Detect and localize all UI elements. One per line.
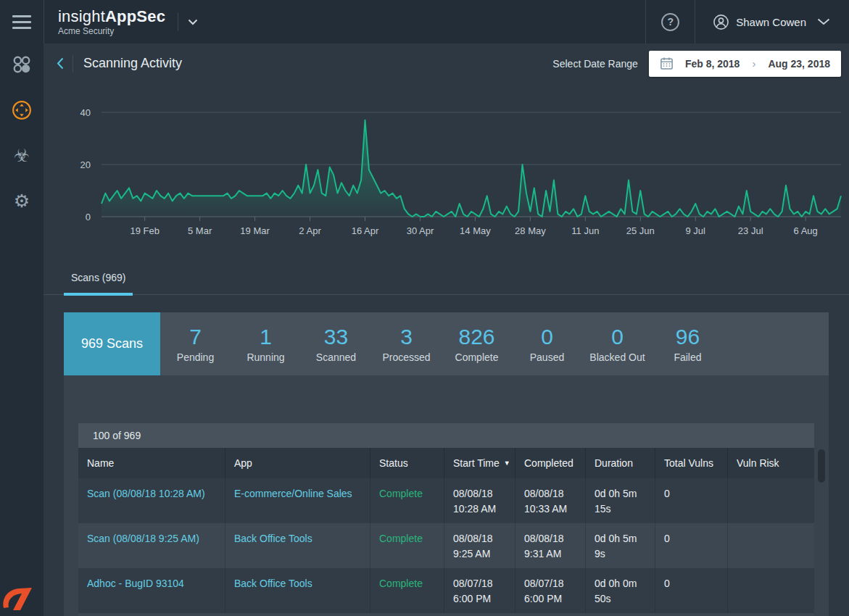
stat-label: Paused [530,351,564,363]
status-cell: Complete [370,478,444,523]
svg-text:28 May: 28 May [515,225,546,236]
user-avatar-icon [713,14,729,30]
org-name: Acme Security [58,26,165,36]
scans-table: NameAppStatusStart Time▼CompletedDuratio… [78,448,814,616]
column-header-app[interactable]: App [225,448,370,478]
scan-status-filter-blacked-out[interactable]: 0 Blacked Out [582,312,653,375]
help-button[interactable]: ? [646,0,695,43]
table-row: Scan (08/08/18 9:25 AM)Back Office Tools… [78,523,814,568]
svg-text:9 Jul: 9 Jul [686,225,706,236]
stat-value: 7 [189,325,202,349]
product-name-light: insight [58,7,105,25]
svg-text:23 Jul: 23 Jul [738,225,763,236]
duration-cell: 0d 0h 5m 15s [585,478,655,523]
svg-text:6 Aug: 6 Aug [794,225,818,236]
table-scrollbar-thumb[interactable] [818,449,825,483]
table-row: Scan (08/08/18 10:28 AM)E-commerce/Onlin… [78,478,814,523]
stat-label: Complete [455,351,499,363]
svg-text:19 Mar: 19 Mar [240,225,270,236]
date-range-label: Select Date Range [552,58,638,70]
app-link[interactable]: Back Office Tools [225,568,370,613]
divider [178,12,178,31]
scan-status-filter-paused[interactable]: 0 Paused [512,312,582,375]
svg-text:11 Jun: 11 Jun [571,225,599,236]
total-vulns-cell: 0 [655,478,727,523]
main-content: Scanning Activity Select Date Range [44,43,849,616]
user-menu[interactable]: Shawn Cowen [695,14,849,30]
scan-status-filter-scanned[interactable]: 33 Scanned [301,312,371,375]
total-vulns-cell: 0 [655,568,727,613]
stat-value: 0 [611,325,624,349]
settings-gear-icon[interactable]: ⚙ [11,191,33,212]
vuln-risk-cell [727,523,814,568]
sort-desc-icon: ▼ [504,459,510,467]
scan-status-filter-pending[interactable]: 7 Pending [160,312,231,375]
svg-text:30 Apr: 30 Apr [407,225,434,236]
svg-text:40: 40 [80,107,91,118]
table-body: Scan (08/08/18 10:28 AM)E-commerce/Onlin… [78,478,814,616]
completed-cell: 08/08/18 10:33 AM [515,478,585,523]
scan-name-link[interactable]: Scan (08/08/18 10:28 AM) [78,478,225,523]
scans-panel: 969 Scans 7 Pending 1 Running 33 Scanned… [64,312,829,616]
scan-status-filter-failed[interactable]: 96 Failed [653,312,723,375]
help-icon: ? [661,13,679,31]
scan-status-filter-complete[interactable]: 826 Complete [442,312,512,375]
column-header-duration[interactable]: Duration [585,448,655,478]
stat-value: 33 [324,325,348,349]
column-header-name[interactable]: Name [78,448,225,478]
duration-cell: 0d 0h 5m 9s [585,523,655,568]
attack-biohazard-icon[interactable]: ☣ [11,145,33,167]
tab-scans[interactable]: Scans (969) [64,272,133,296]
app-link[interactable]: E-commerce/Online Sales [225,478,370,523]
total-scans-filter[interactable]: 969 Scans [64,312,160,375]
status-cell: Complete [370,523,444,568]
product-switcher-chevron-icon[interactable] [188,19,198,25]
back-button[interactable] [52,57,68,70]
user-menu-chevron-icon [817,18,830,25]
stat-value: 0 [541,325,553,349]
tab-bar: Scans (969) [44,261,849,295]
rapid7-logo [1,584,35,612]
scan-status-filter-running[interactable]: 1 Running [231,312,301,375]
start-time-cell: 08/08/18 10:28 AM [444,478,515,523]
svg-text:20: 20 [80,159,91,170]
svg-text:19 Feb: 19 Feb [130,225,159,236]
page-header: Scanning Activity Select Date Range [44,43,849,83]
column-header-total-vulns[interactable]: Total Vulns [655,448,727,478]
stat-label: Processed [382,351,430,363]
stat-label: Pending [177,351,214,363]
column-header-status[interactable]: Status [370,448,444,478]
vuln-risk-cell [727,478,814,523]
svg-text:16 Apr: 16 Apr [352,225,379,236]
stat-label: Scanned [316,351,356,363]
column-header-vuln-risk[interactable]: Vuln Risk [727,448,814,478]
scan-name-link[interactable]: Adhoc - BugID 93104 [78,568,225,613]
table-header-row: NameAppStatusStart Time▼CompletedDuratio… [78,448,814,478]
stat-value: 1 [260,325,272,349]
stat-label: Running [247,351,284,363]
product-logo: insightAppSec Acme Security [58,8,165,36]
column-header-start-time[interactable]: Start Time▼ [444,448,515,478]
svg-text:5 Mar: 5 Mar [188,225,212,236]
scan-target-icon-active[interactable] [11,99,33,121]
completed-cell: 08/07/18 6:00 PM [515,568,585,613]
total-vulns-cell: 0 [655,523,727,568]
hamburger-menu-button[interactable] [0,0,44,43]
status-cell: Complete [370,568,444,613]
column-header-completed[interactable]: Completed [515,448,585,478]
start-time-cell: 08/07/18 6:00 PM [444,568,515,613]
topbar: insightAppSec Acme Security ? Shawn Cowe… [44,0,849,43]
scan-status-filter-processed[interactable]: 3 Processed [371,312,442,375]
page-title: Scanning Activity [83,56,182,71]
app-link[interactable]: Back Office Tools [225,523,370,568]
svg-text:0: 0 [86,212,91,222]
stat-value: 3 [400,325,413,349]
date-range-picker[interactable]: Feb 8, 2018 › Aug 23, 2018 [649,51,841,77]
scan-name-link[interactable]: Scan (08/08/18 9:25 AM) [78,523,225,568]
apps-grid-icon[interactable] [11,54,33,75]
date-from: Feb 8, 2018 [685,58,740,70]
stat-value: 826 [458,325,494,349]
vuln-risk-cell [727,568,814,613]
svg-text:14 May: 14 May [460,225,491,236]
result-count: 100 of 969 [93,430,141,441]
